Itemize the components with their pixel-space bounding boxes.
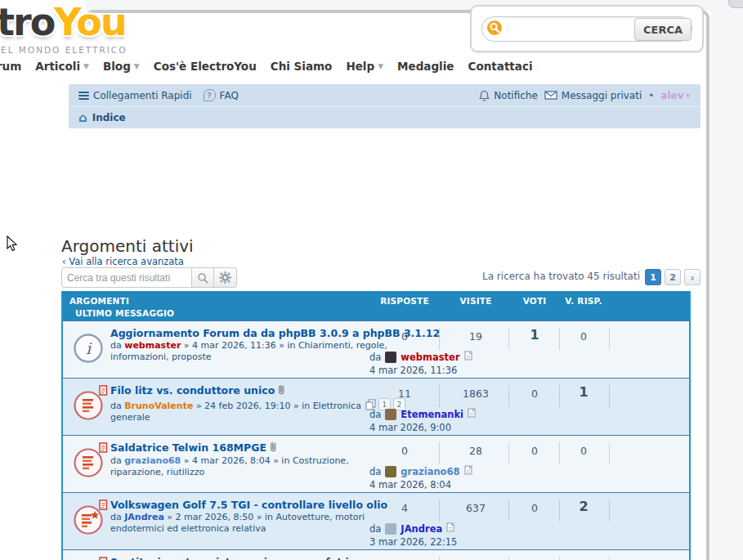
topic-title-link[interactable]: Aggiornamento Forum da da phpBB 3.0.9 a … (110, 327, 440, 339)
nav-item-medaglie[interactable]: Medaglie (397, 60, 454, 73)
nav-item-help[interactable]: Help▼ (346, 60, 383, 73)
pagination-page-2[interactable]: 2 (665, 269, 681, 285)
topic-meta: da graziano68 » 4 mar 2026, 8:04 » in Co… (110, 455, 403, 478)
topic-row[interactable]: Volkswagen Golf 7.5 TGI - controllare li… (63, 492, 689, 549)
nav-item-contattaci[interactable]: Contattaci (468, 60, 533, 73)
topic-title-link[interactable]: Volkswagen Golf 7.5 TGI - controllare li… (110, 499, 387, 511)
header-replies: RISPOSTE (380, 296, 429, 306)
avatar (385, 466, 396, 477)
topic-author-link[interactable]: JAndrea (124, 512, 164, 522)
caret-down-icon: ▼ (134, 63, 140, 70)
topic-status-icon: i (73, 333, 104, 364)
bell-icon (479, 90, 490, 101)
last-post-page-icon (464, 465, 472, 475)
replies-count: 11 (398, 388, 411, 400)
breadcrumb-home-link[interactable]: ⌂ Indice (78, 112, 126, 124)
votes-count: 0 (531, 502, 538, 514)
notifications-link[interactable]: Notifiche (479, 90, 538, 101)
views-count: 1863 (463, 388, 489, 400)
nav-item-label: Forum (0, 60, 21, 73)
page-right-gutter (710, 0, 743, 560)
replies-count: 0 (401, 445, 408, 457)
last-post-date: 4 mar 2026, 9:00 (369, 422, 476, 433)
nav-item-label: Cos'è ElectroYou (154, 60, 257, 73)
nav-item-label: Help (346, 60, 374, 73)
table-header: ARGOMENTI RISPOSTE VISITE VOTI V. RISP. … (63, 291, 689, 320)
quickbar-row: Collegamenti Rapidi ? FAQ Notifiche (69, 84, 700, 107)
user-menu[interactable]: alev ▾ (660, 90, 690, 101)
topic-author-link[interactable]: webmaster (124, 340, 181, 351)
nav-item-cos-electroyou[interactable]: Cos'è ElectroYou (154, 60, 257, 73)
pagination: 12› (645, 269, 700, 285)
nav-item-articoli[interactable]: Articoli▼ (35, 60, 89, 73)
breadcrumb: ⌂ Indice (69, 107, 700, 128)
topic-row[interactable]: Filo litz vs. conduttore unico da BrunoV… (63, 378, 689, 435)
messages-label: Messaggi privati (562, 90, 642, 101)
quick-links-button[interactable]: Collegamenti Rapidi (78, 90, 192, 101)
faq-label: FAQ (220, 90, 239, 101)
last-post-author-link[interactable]: JAndrea (401, 523, 442, 535)
nav-item-label: Articoli (35, 60, 80, 73)
vreplies-count: 0 (580, 330, 587, 343)
last-post-date: 3 mar 2026, 22:15 (369, 536, 457, 548)
topic-meta: da webmaster » 4 mar 2026, 11:36 » in Ch… (110, 340, 403, 363)
caret-down-icon: ▾ (686, 92, 690, 100)
topic-title-link[interactable]: Sostituzione transistor serie con mosfet… (110, 556, 374, 560)
caret-down-icon: ▼ (378, 63, 383, 70)
mail-icon (544, 91, 557, 100)
advanced-search-link[interactable]: ‹ Vai alla ricerca avanzata (62, 256, 184, 267)
faq-icon: ? (204, 89, 216, 101)
nav-item-forum[interactable]: Forum (0, 60, 21, 73)
caret-down-icon: ▼ (83, 63, 89, 70)
nav-item-label: Chi Siamo (271, 60, 333, 73)
private-messages-link[interactable]: Messaggi privati (544, 90, 642, 101)
topic-author-link[interactable]: graziano68 (124, 455, 181, 466)
header-votes: VOTI (523, 296, 547, 306)
cerca-button[interactable]: CERCA (634, 18, 692, 41)
votes-count: 1 (530, 327, 539, 343)
scrollbar-thumb[interactable] (728, 0, 743, 8)
topic-row[interactable]: Saldatrice Telwin 168MPGE da graziano68 … (63, 435, 689, 492)
topic-author-link[interactable]: BrunoValente (124, 401, 193, 411)
last-post-page-icon (464, 351, 472, 361)
site-logo[interactable]: troYou (0, 0, 126, 44)
username-label: alev (660, 90, 683, 101)
topic-row[interactable]: i Aggiornamento Forum da da phpBB 3.0.9 … (63, 320, 689, 378)
last-post-info: da JAndrea 3 mar 2026, 22:15 (369, 522, 457, 548)
quickbar: Collegamenti Rapidi ? FAQ Notifiche (69, 84, 700, 128)
logo-text-dark: tro (0, 0, 54, 44)
page-icon (99, 557, 108, 560)
page-icon (99, 442, 108, 453)
last-post-page-icon (446, 522, 454, 532)
pagination-next-button[interactable]: › (684, 269, 700, 285)
header-last-message: ULTIMO MESSAGGIO (75, 308, 174, 318)
faq-link[interactable]: ? FAQ (204, 89, 239, 101)
last-post-date: 4 mar 2026, 8:04 (369, 479, 472, 491)
views-count: 637 (466, 502, 486, 514)
last-post-author-link[interactable]: Etemenanki (401, 409, 463, 420)
avatar (385, 409, 396, 420)
topic-meta: da BrunoValente » 24 feb 2026, 19:10 » i… (110, 398, 403, 423)
topic-title-link[interactable]: Saldatrice Telwin 168MPGE (110, 441, 266, 454)
replies-count: 0 (401, 330, 408, 343)
last-post-info: da Etemenanki 4 mar 2026, 9:00 (369, 408, 476, 433)
header-topics: ARGOMENTI (69, 296, 129, 306)
votes-count: 0 (531, 445, 538, 457)
menu-icon (78, 90, 89, 101)
vreplies-count: 1 (579, 384, 588, 400)
pagination-page-1[interactable]: 1 (645, 269, 661, 285)
vreplies-count: 0 (580, 445, 587, 457)
cursor-icon (7, 235, 18, 252)
last-post-author-link[interactable]: webmaster (401, 352, 459, 363)
topic-row[interactable]: Sostituzione transistor serie con mosfet… (63, 549, 689, 560)
last-post-info: da graziano68 4 mar 2026, 8:04 (369, 465, 472, 491)
nav-item-label: Medaglie (397, 60, 454, 73)
topic-title-link[interactable]: Filo litz vs. conduttore unico (110, 384, 275, 396)
last-post-date: 4 mar 2026, 11:36 (369, 365, 472, 376)
last-post-author-link[interactable]: graziano68 (401, 466, 459, 477)
page-title: Argomenti attivi (61, 236, 194, 256)
nav-item-chi-siamo[interactable]: Chi Siamo (271, 60, 333, 73)
avatar (385, 352, 396, 363)
nav-item-blog[interactable]: Blog▼ (103, 60, 140, 73)
views-count: 28 (469, 445, 482, 457)
